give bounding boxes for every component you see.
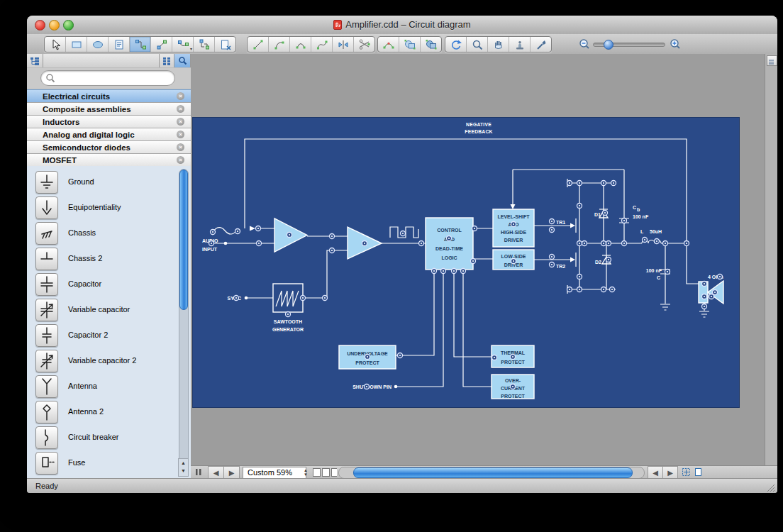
sidebar-scrollbar[interactable] [179,169,189,475]
curve-tool[interactable] [290,37,311,52]
shape-label: Variable capacitor 2 [68,356,136,365]
variable-capacitor2-icon[interactable] [35,350,58,372]
toolbar: ▾ [27,34,777,55]
ground-icon[interactable] [35,171,58,194]
shape-label: Capacitor 2 [68,331,108,339]
antenna2-icon[interactable] [35,401,58,423]
close-library-icon[interactable]: × [177,156,184,164]
tree-view-icon[interactable] [27,54,43,67]
stamp-tool[interactable] [509,37,531,52]
tree-connector-tool[interactable] [194,37,215,52]
sidebar-scroll-arrows[interactable]: ▲▼ [178,458,189,477]
spline-tool[interactable] [311,37,333,52]
resize-grip-icon[interactable] [767,484,775,492]
combine-tool[interactable] [421,37,441,52]
capacitor2-icon[interactable] [35,324,58,347]
list-item[interactable]: Variable capacitor 2 [27,349,191,375]
list-item[interactable]: Equipotentiality [27,196,191,221]
pause-icon[interactable] [194,466,204,478]
text-tool[interactable] [109,37,130,52]
close-library-icon[interactable]: × [177,131,184,138]
zoom-level-field[interactable]: Custom 59% [243,467,306,479]
svg-text:PROTECT: PROTECT [501,394,525,399]
list-item[interactable]: Antenna 2 [27,400,191,426]
pointer-tool[interactable] [45,37,66,52]
capacitor-icon[interactable] [35,273,58,296]
close-library-icon[interactable]: × [177,105,184,113]
rotate-tool[interactable] [445,37,467,52]
fit-page-icon[interactable] [692,466,704,478]
statusbar: Ready [27,478,777,493]
grid-view-icon[interactable] [160,54,174,67]
list-item[interactable]: Capacitor 2 [27,323,191,349]
zoom-out-icon[interactable] [576,37,593,51]
sawtooth-generator-box[interactable] [273,284,303,312]
chassis2-icon[interactable] [35,248,58,270]
category-semiconductor-diodes[interactable]: Semiconductor diodes× [27,141,191,154]
connector-dropdown-icon[interactable]: ▾ [190,48,192,50]
category-label: Composite assemblies [43,105,131,113]
split-tool[interactable] [333,37,354,52]
disconnect-tool[interactable] [215,37,235,52]
eyedropper-tool[interactable] [531,37,551,52]
list-item[interactable]: Ground [27,170,191,196]
pane-splitter-icon[interactable] [767,55,777,66]
list-item[interactable]: Circuit breaker [27,426,191,451]
ellipse-tool[interactable] [87,37,109,52]
list-item[interactable]: Variable capacitor [27,298,191,323]
fuse-icon[interactable] [35,452,58,475]
page-boxes[interactable] [313,466,337,478]
zoom-in-icon[interactable] [667,37,684,51]
shape-label: Ground [68,177,94,186]
close-library-icon[interactable]: × [177,143,184,151]
pan-hand-tool[interactable] [488,37,509,52]
list-item[interactable]: Chassis 2 [27,247,191,272]
category-inductors[interactable]: Inductors× [27,116,191,128]
control-logic-block[interactable] [426,218,473,270]
sidebar-scrollbar-thumb[interactable] [179,170,188,310]
toolbar-group-draw: ▾ [44,36,236,52]
antenna-icon[interactable] [35,375,58,398]
line-tool[interactable] [248,37,269,52]
zoom-tool[interactable] [467,37,488,52]
fit-selection-icon[interactable] [680,466,692,478]
equipotentiality-icon[interactable] [35,196,58,219]
list-item[interactable]: Antenna [27,375,191,400]
curve-connector-tool[interactable]: ▾ [172,37,194,52]
category-electrical-circuits[interactable]: Electrical circuits× [27,89,191,103]
search-icon[interactable] [174,54,191,67]
document-icon [333,20,342,30]
main-content: Electrical circuits× Composite assemblie… [27,54,777,478]
rectangle-tool[interactable] [66,37,87,52]
arc-tool[interactable] [269,37,290,52]
category-composite-assemblies[interactable]: Composite assemblies× [27,103,191,116]
scissors-tool[interactable] [354,37,374,52]
vertical-scrollbar-track[interactable] [765,54,777,478]
reshape-tool[interactable] [378,37,399,52]
zoom-slider-knob[interactable] [604,40,613,50]
category-analog-digital-logic[interactable]: Analog and digital logic× [27,128,191,141]
search-pill[interactable] [40,70,175,86]
list-item[interactable]: Fuse [27,451,191,477]
diagram-page[interactable]: NEGATIVE FEEDBACK AUDIO INPUT SYNC SAWTO… [193,118,739,407]
union-tool[interactable] [399,37,421,52]
horizontal-scrollbar[interactable] [338,467,645,479]
variable-capacitor-icon[interactable] [35,299,58,321]
search-input[interactable] [60,73,169,83]
horizontal-scrollbar-thumb[interactable] [353,467,633,478]
close-library-icon[interactable]: × [177,118,184,126]
close-library-icon[interactable]: × [177,92,184,100]
category-mosfet[interactable]: MOSFET× [27,154,191,167]
drawing-canvas[interactable]: NEGATIVE FEEDBACK AUDIO INPUT SYNC SAWTO… [191,54,765,465]
shape-label: Fuse [68,458,85,467]
tr2-label: TR2 [556,264,565,269]
list-item[interactable]: Capacitor [27,272,191,298]
titlebar[interactable]: Amplifier.cdd – Circuit diagram [27,16,777,35]
zoom-stepper[interactable]: ▲▼ [302,466,309,478]
smart-connector-tool[interactable] [130,37,151,52]
chassis-icon[interactable] [35,222,58,245]
circuit-breaker-icon[interactable] [35,426,58,449]
list-item[interactable]: Chassis [27,221,191,247]
direct-connector-tool[interactable] [151,37,172,52]
zoom-slider[interactable] [593,43,665,47]
